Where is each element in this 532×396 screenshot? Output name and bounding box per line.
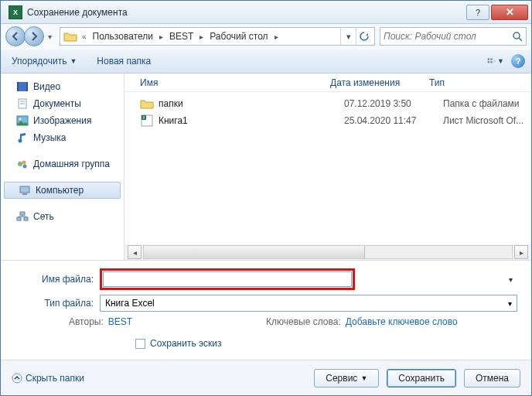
- chevron-down-icon: ▼: [497, 57, 504, 65]
- filename-input[interactable]: [103, 271, 352, 287]
- nav-back-button[interactable]: [5, 26, 26, 46]
- svg-rect-19: [22, 193, 27, 195]
- svg-line-1: [519, 38, 522, 41]
- organize-button[interactable]: Упорядочить ▼: [7, 53, 81, 69]
- cancel-button[interactable]: Отмена: [464, 369, 520, 387]
- sidebar-item-music[interactable]: Музыка: [1, 129, 124, 146]
- save-thumbnail-checkbox[interactable]: [135, 339, 145, 349]
- file-name: Книга1: [159, 115, 344, 126]
- hide-folders-button[interactable]: Скрыть папки: [12, 373, 84, 384]
- authors-value[interactable]: BEST: [108, 316, 132, 327]
- breadcrumb-segment[interactable]: Пользователи: [91, 31, 155, 42]
- file-row[interactable]: папки 07.12.2019 3:50 Папка с файлами: [124, 95, 531, 112]
- svg-rect-21: [24, 217, 28, 220]
- lower-panel: Имя файла: ▾ Тип файла: Книга Excel ▾ Ав…: [1, 260, 531, 360]
- tools-button[interactable]: Сервис ▼: [314, 369, 379, 387]
- filetype-value: Книга Excel: [105, 298, 155, 309]
- title-bar: X Сохранение документа ? ✕: [1, 1, 531, 24]
- help-icon[interactable]: ?: [511, 54, 525, 68]
- column-header-name[interactable]: Имя: [140, 77, 330, 88]
- footer: Скрыть папки Сервис ▼ Сохранить Отмена: [1, 360, 531, 395]
- svg-point-17: [23, 165, 27, 169]
- folder-icon: [63, 31, 77, 43]
- app-icon: X: [9, 5, 22, 19]
- svg-point-15: [18, 162, 22, 166]
- chevron-up-icon: [12, 373, 22, 384]
- svg-rect-8: [26, 82, 28, 91]
- help-button[interactable]: ?: [466, 5, 489, 20]
- file-date: 07.12.2019 3:50: [344, 98, 443, 109]
- svg-point-13: [19, 118, 22, 121]
- svg-rect-6: [17, 82, 28, 91]
- keywords-value[interactable]: Добавьте ключевое слово: [346, 316, 458, 327]
- file-type: Лист Microsoft Of...: [443, 115, 531, 126]
- homegroup-icon: [16, 159, 29, 169]
- music-icon: [16, 132, 29, 143]
- svg-rect-4: [488, 61, 489, 63]
- chevron-right-icon: ▸: [156, 32, 166, 41]
- view-mode-button[interactable]: ▼: [486, 53, 505, 70]
- svg-point-16: [22, 161, 26, 165]
- chevron-down-icon: ▼: [70, 57, 77, 65]
- save-dialog-window: X Сохранение документа ? ✕ ▾ « Пользоват…: [0, 0, 532, 396]
- svg-point-26: [12, 374, 22, 383]
- excel-file-icon: X: [140, 114, 154, 127]
- address-bar-row: ▾ « Пользователи ▸ BEST ▸ Рабочий стол ▸…: [1, 24, 531, 49]
- chevron-right-icon: ▸: [196, 32, 206, 41]
- nav-history-dropdown[interactable]: ▾: [44, 26, 55, 46]
- sidebar-item-network[interactable]: Сеть: [1, 208, 124, 225]
- sidebar-item-pictures[interactable]: Изображения: [1, 112, 124, 129]
- sidebar-item-computer[interactable]: Компьютер: [4, 182, 121, 199]
- column-header-date[interactable]: Дата изменения: [330, 77, 429, 88]
- filename-label: Имя файла:: [15, 274, 100, 285]
- network-icon: [16, 211, 29, 222]
- breadcrumb-segment[interactable]: BEST: [168, 31, 195, 42]
- save-button[interactable]: Сохранить: [387, 369, 456, 387]
- svg-point-0: [513, 32, 520, 39]
- chevron-right-icon: ▸: [271, 32, 281, 41]
- nav-sidebar: Видео Документы Изображения Музыка Домаш…: [1, 73, 124, 260]
- chevron-down-icon: ▼: [360, 374, 367, 382]
- breadcrumb-overflow[interactable]: «: [79, 32, 90, 41]
- file-name: папки: [159, 98, 344, 109]
- svg-rect-7: [17, 82, 19, 91]
- file-date: 25.04.2020 11:47: [344, 115, 443, 126]
- refresh-button[interactable]: [356, 28, 371, 45]
- folder-icon: [140, 97, 154, 110]
- column-header-type[interactable]: Тип: [429, 77, 531, 88]
- svg-rect-5: [490, 61, 492, 63]
- scroll-right-button[interactable]: ▸: [514, 245, 528, 259]
- new-folder-button[interactable]: Новая папка: [92, 53, 155, 69]
- sidebar-item-homegroup[interactable]: Домашняя группа: [1, 155, 124, 172]
- breadcrumb-segment[interactable]: Рабочий стол: [208, 31, 269, 42]
- filename-highlight: [100, 268, 355, 290]
- svg-rect-22: [20, 212, 25, 215]
- scroll-left-button[interactable]: ◂: [128, 245, 142, 259]
- nav-forward-button[interactable]: [24, 26, 44, 46]
- address-bar[interactable]: « Пользователи ▸ BEST ▸ Рабочий стол ▸ ▾: [60, 27, 375, 46]
- sidebar-item-documents[interactable]: Документы: [1, 95, 124, 112]
- close-button[interactable]: ✕: [491, 5, 528, 20]
- horizontal-scrollbar[interactable]: ◂ ▸: [124, 244, 531, 260]
- scroll-track[interactable]: [143, 245, 513, 259]
- scroll-thumb[interactable]: [144, 246, 365, 258]
- filetype-label: Тип файла:: [15, 298, 100, 309]
- svg-rect-3: [490, 58, 492, 60]
- search-box[interactable]: [380, 27, 527, 46]
- sidebar-item-video[interactable]: Видео: [1, 78, 124, 95]
- svg-rect-18: [20, 186, 29, 193]
- search-icon: [512, 31, 523, 42]
- file-list[interactable]: папки 07.12.2019 3:50 Папка с файлами X …: [124, 92, 531, 244]
- authors-label: Авторы:: [69, 316, 104, 327]
- file-row[interactable]: X Книга1 25.04.2020 11:47 Лист Microsoft…: [124, 112, 531, 129]
- filetype-select[interactable]: Книга Excel ▾: [100, 295, 517, 312]
- filename-dropdown-button[interactable]: ▾: [504, 275, 517, 284]
- picture-icon: [16, 115, 29, 126]
- keywords-label: Ключевые слова:: [266, 316, 341, 327]
- window-title: Сохранение документа: [27, 7, 465, 18]
- column-headers: Имя Дата изменения Тип: [124, 73, 531, 92]
- search-input[interactable]: [384, 31, 512, 42]
- file-list-pane: Имя Дата изменения Тип папки 07.12.2019 …: [124, 73, 531, 260]
- computer-icon: [19, 185, 31, 196]
- address-dropdown-button[interactable]: ▾: [340, 28, 356, 45]
